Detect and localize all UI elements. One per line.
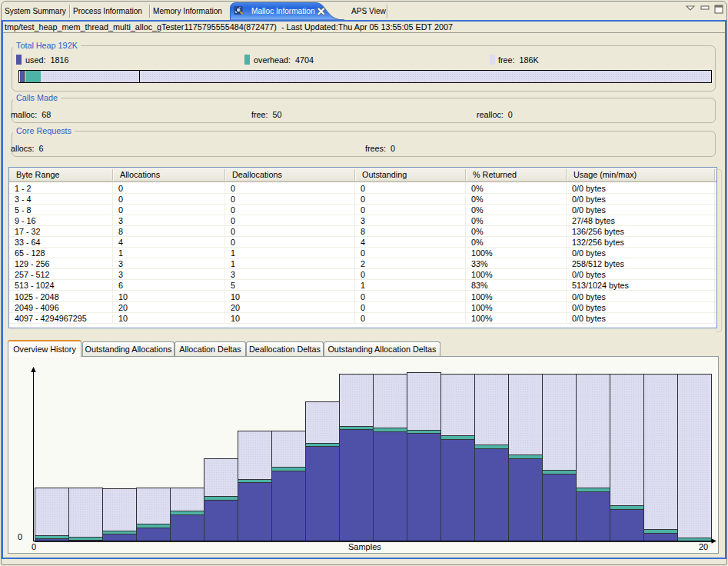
svg-text:20: 20 — [699, 542, 708, 551]
svg-text:Malloc Information: Malloc Information — [251, 6, 315, 15]
svg-text:0: 0 — [32, 542, 36, 551]
svg-text:0: 0 — [18, 532, 22, 541]
svg-text:Samples: Samples — [348, 542, 381, 551]
